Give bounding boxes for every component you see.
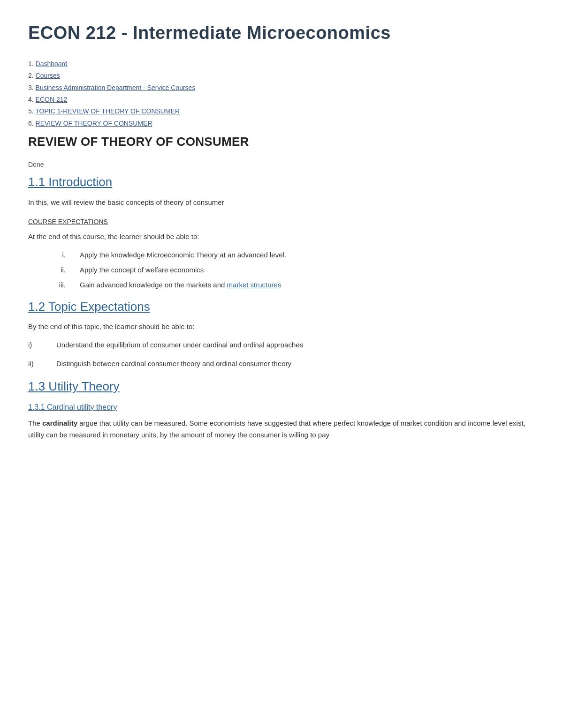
breadcrumb-link-5[interactable]: TOPIC 1-REVIEW OF THEORY OF CONSUMER [35,107,180,115]
status-label: Done [28,159,535,170]
breadcrumb-number: 4. [28,96,36,103]
course-expectation-text-1: Apply the knowledge Microeconomic Theory… [80,249,535,261]
course-expectation-text-3: Gain advanced knowledge on the markets a… [80,279,535,291]
breadcrumb-link-2[interactable]: Courses [36,72,60,79]
topic-roman-2: ii) [28,358,56,369]
course-expectation-item-2: ii. Apply the concept of welfare economi… [28,264,535,276]
breadcrumb-number: 2. [28,72,36,79]
course-expectations-list: i. Apply the knowledge Microeconomic The… [28,249,535,291]
topic-expectation-text-1: Understand the equilibrium of consumer u… [56,339,535,351]
course-expectations-heading: COURSE EXPECTATIONS [28,217,535,227]
breadcrumb-number: 5. [28,107,35,115]
page-title: ECON 212 - Intermediate Microeconomics [28,19,535,47]
breadcrumb-link-3[interactable]: Business Administration Department - Ser… [36,84,196,91]
topic-expectation-item-2: ii) Distinguish between cardinal consume… [28,358,535,369]
breadcrumb-link-6[interactable]: REVIEW OF THEORY OF CONSUMER [36,120,152,127]
section-heading: REVIEW OF THEORY OF CONSUMER [28,132,535,152]
topic-expectation-text-2: Distinguish between cardinal consumer th… [56,358,535,369]
topic-expectations-intro: By the end of this topic, the learner sh… [28,321,535,333]
subsection-1-2-title: 1.2 Topic Expectations [28,297,535,317]
breadcrumb-number: 6. [28,120,36,127]
course-expectation-text-3-part: Gain advanced knowledge on the markets a… [80,281,227,289]
breadcrumb-item-2[interactable]: 2. Courses [28,70,535,81]
breadcrumb-number: 3. [28,84,36,91]
cardinal-paragraph-part-1: The [28,419,42,427]
course-expectations-intro: At the end of this course, the learner s… [28,231,535,243]
cardinal-paragraph-part-2: argue that utility can be measured. Some… [28,419,525,439]
cardinal-utility-paragraph: The cardinality argue that utility can b… [28,418,535,441]
cardinal-bold-word: cardinality [42,419,77,427]
roman-numeral-1: i. [28,249,66,261]
market-structures-link[interactable]: market structures [227,281,282,289]
course-expectation-item-3: iii. Gain advanced knowledge on the mark… [28,279,535,291]
breadcrumb-item-3[interactable]: 3. Business Administration Department - … [28,83,535,93]
breadcrumb: 1. Dashboard 2. Courses 3. Business Admi… [28,59,535,128]
breadcrumb-link-1[interactable]: Dashboard [36,60,68,68]
topic-roman-1: i) [28,339,56,351]
course-expectation-item-1: i. Apply the knowledge Microeconomic The… [28,249,535,261]
subsection-1-1-title: 1.1 Introduction [28,173,535,192]
topic-expectation-item-1: i) Understand the equilibrium of consume… [28,339,535,351]
subsection-1-3-title: 1.3 Utility Theory [28,377,535,397]
breadcrumb-link-4[interactable]: ECON 212 [36,96,68,103]
roman-numeral-3: iii. [28,279,66,291]
breadcrumb-item-5[interactable]: 5. TOPIC 1-REVIEW OF THEORY OF CONSUMER [28,106,535,116]
intro-paragraph: In this, we will review the basic concep… [28,197,535,209]
breadcrumb-number: 1. [28,60,36,68]
breadcrumb-item-1[interactable]: 1. Dashboard [28,59,535,69]
course-expectation-text-2: Apply the concept of welfare economics [80,264,535,276]
cardinal-utility-heading: 1.3.1 Cardinal utility theory [28,401,535,413]
roman-numeral-2: ii. [28,264,66,276]
breadcrumb-item-6[interactable]: 6. REVIEW OF THEORY OF CONSUMER [28,118,535,128]
breadcrumb-item-4[interactable]: 4. ECON 212 [28,94,535,105]
